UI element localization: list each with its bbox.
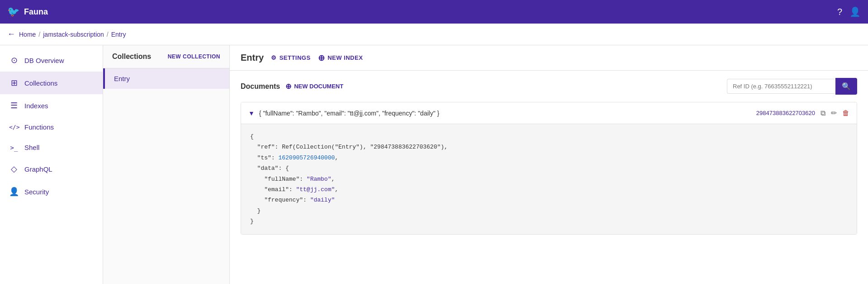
sidebar-item-label-security: Security [24,188,49,196]
collection-item-label: Entry [114,75,130,82]
breadcrumb: ← Home / jamstack-subscription / Entry [0,24,868,45]
topnav-left: 🐦 Fauna [7,6,48,18]
sidebar-item-label-collections: Collections [24,79,57,87]
graphql-icon: ◇ [9,164,19,174]
back-button[interactable]: ← [7,29,15,39]
search-button[interactable]: 🔍 [835,78,857,95]
sidebar-item-db-overview[interactable]: ⊙ DB Overview [0,49,103,72]
topnav-right: ? 👤 [837,6,861,17]
new-collection-button[interactable]: NEW COLLECTION [168,53,220,60]
search-icon: 🔍 [842,82,851,90]
breadcrumb-home[interactable]: Home [19,31,36,38]
functions-icon: </> [9,124,19,130]
sidebar-item-label-graphql: GraphQL [24,165,52,173]
collections-panel-title: Collections [112,53,151,61]
user-icon[interactable]: 👤 [849,6,861,17]
settings-label: SETTINGS [280,54,311,61]
topnav: 🐦 Fauna ? 👤 [0,0,868,24]
json-line-ref: "ref": Ref(Collection("Entry"), "2984738… [250,142,848,152]
json-line-ts: "ts": 1620905726940000, [250,153,848,163]
search-row: 🔍 [727,78,857,95]
json-line-data-close: } [250,206,848,216]
content-header: Entry ⚙ SETTINGS ⊕ NEW INDEX [230,45,868,71]
new-index-label: NEW INDEX [327,54,363,61]
document-ref-id: 298473883622703620 [756,110,815,116]
document-summary[interactable]: ▼ { "fullName": "Rambo", "email": "tt@jj… [241,102,857,124]
sidebar-item-indexes[interactable]: ☰ Indexes [0,94,103,117]
sidebar-item-shell[interactable]: >_ Shell [0,137,103,158]
sidebar-item-functions[interactable]: </> Functions [0,117,103,137]
sidebar-item-label-functions: Functions [24,123,54,131]
breadcrumb-db[interactable]: jamstack-subscription [43,31,104,38]
sidebar-item-label-indexes: Indexes [24,102,48,110]
new-document-label: NEW DOCUMENT [294,83,343,90]
edit-icon[interactable]: ✏ [831,109,837,117]
indexes-icon: ☰ [9,101,19,111]
new-document-button[interactable]: ⊕ NEW DOCUMENT [285,82,343,91]
new-doc-plus-icon: ⊕ [285,82,291,91]
json-line-fullname: "fullName": "Rambo", [250,174,848,184]
brand-label: Fauna [24,7,48,17]
json-line-open: { [250,131,848,142]
breadcrumb-sep2: / [107,31,109,38]
new-index-plus-icon: ⊕ [318,53,325,63]
collections-header: Collections NEW COLLECTION [103,45,229,68]
documents-label: Documents [241,82,280,91]
content-area: Entry ⚙ SETTINGS ⊕ NEW INDEX Documents ⊕… [230,45,868,284]
ref-id-input[interactable] [727,79,835,94]
collection-item-entry[interactable]: Entry [103,68,229,89]
breadcrumb-text: Home / jamstack-subscription / Entry [19,31,126,38]
shell-icon: >_ [9,144,19,151]
json-line-email: "email": "tt@jj.com", [250,184,848,195]
documents-section: Documents ⊕ NEW DOCUMENT 🔍 [230,71,868,242]
chevron-down-icon: ▼ [248,110,255,117]
document-preview-text: { "fullName": "Rambo", "email": "tt@jj.c… [259,110,439,117]
db-overview-icon: ⊙ [9,55,19,65]
documents-header: Documents ⊕ NEW DOCUMENT 🔍 [241,78,857,95]
sidebar-item-graphql[interactable]: ◇ GraphQL [0,158,103,180]
sidebar: ⊙ DB Overview ⊞ Collections ☰ Indexes </… [0,45,103,284]
breadcrumb-sep1: / [38,31,40,38]
document-row: ▼ { "fullName": "Rambo", "email": "tt@jj… [241,102,857,235]
content-title: Entry [241,53,264,63]
json-line-close: } [250,216,848,226]
json-line-frequency: "frequency": "daily" [250,195,848,205]
fauna-bird-icon: 🐦 [7,6,19,18]
copy-icon[interactable]: ⧉ [821,109,825,117]
collections-panel: Collections NEW COLLECTION Entry [103,45,230,284]
sidebar-item-label-shell: Shell [24,144,39,151]
help-icon[interactable]: ? [837,7,842,17]
sidebar-item-security[interactable]: 👤 Security [0,180,103,203]
document-summary-right: 298473883622703620 ⧉ ✏ 🗑 [756,109,849,117]
json-line-data: "data": { [250,163,848,173]
json-content: { "ref": Ref(Collection("Entry"), "29847… [241,124,857,234]
security-icon: 👤 [9,187,19,197]
documents-header-left: Documents ⊕ NEW DOCUMENT [241,82,343,91]
settings-button[interactable]: ⚙ SETTINGS [271,54,311,61]
main-layout: ⊙ DB Overview ⊞ Collections ☰ Indexes </… [0,45,868,284]
sidebar-item-collections[interactable]: ⊞ Collections [0,72,103,94]
collections-icon: ⊞ [9,78,19,88]
sidebar-item-label-db-overview: DB Overview [24,57,64,64]
document-summary-left: ▼ { "fullName": "Rambo", "email": "tt@jj… [248,110,439,117]
new-index-button[interactable]: ⊕ NEW INDEX [318,53,363,63]
settings-gear-icon: ⚙ [271,54,277,61]
delete-icon[interactable]: 🗑 [842,109,849,117]
breadcrumb-current[interactable]: Entry [111,31,126,38]
